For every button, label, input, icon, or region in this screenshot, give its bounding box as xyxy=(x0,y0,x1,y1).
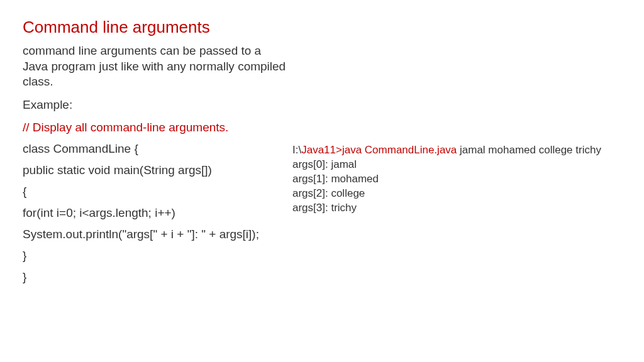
code-line: } xyxy=(23,249,287,263)
terminal-command: Java11>java CommandLine.java xyxy=(301,144,457,156)
terminal-suffix: jamal mohamed college trichy xyxy=(457,144,601,156)
left-column: Command line arguments command line argu… xyxy=(23,18,287,292)
example-label: Example: xyxy=(23,97,287,113)
code-line: for(int i=0; i<args.length; i++) xyxy=(23,206,287,220)
code-line: } xyxy=(23,270,287,284)
code-line: class CommandLine { xyxy=(23,142,287,156)
terminal-output: args[3]: trichy xyxy=(292,201,632,216)
page-title: Command line arguments xyxy=(23,18,287,37)
terminal-command-line: I:\Java11>java CommandLine.java jamal mo… xyxy=(292,143,632,158)
code-comment: // Display all command-line arguments. xyxy=(23,121,287,134)
terminal-output: args[2]: college xyxy=(292,187,632,201)
code-line: { xyxy=(23,185,287,199)
intro-text: command line arguments can be passed to … xyxy=(23,43,287,90)
terminal-output: args[1]: mohamed xyxy=(292,172,632,187)
terminal-prefix: I:\ xyxy=(292,144,301,156)
code-line: public static void main(String args[]) xyxy=(23,163,287,177)
right-column: I:\Java11>java CommandLine.java jamal mo… xyxy=(292,143,632,216)
terminal-output: args[0]: jamal xyxy=(292,158,632,172)
code-line: System.out.println("args[" + i + "]: " +… xyxy=(23,228,287,241)
